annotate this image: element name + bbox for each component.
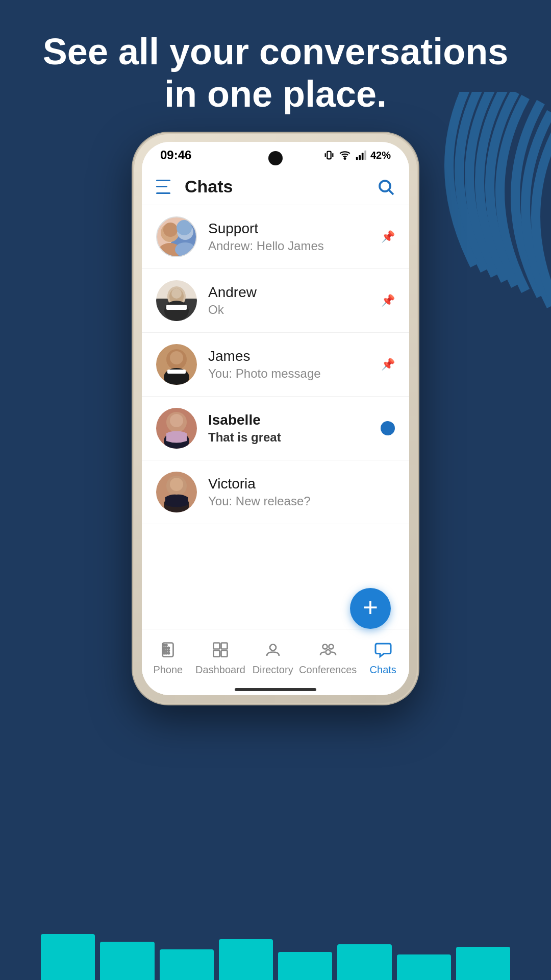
dashboard-nav-icon <box>209 639 232 661</box>
svg-point-46 <box>322 645 327 649</box>
avatar-james <box>156 344 197 385</box>
chat-preview-isabelle: That is great <box>208 430 374 445</box>
svg-point-48 <box>325 650 330 654</box>
nav-label-directory: Directory <box>253 664 293 676</box>
chat-item-support[interactable]: Support Andrew: Hello James 📌 <box>142 205 409 269</box>
nav-item-conferences[interactable]: Conferences <box>299 639 357 676</box>
menu-line-1 <box>156 180 170 181</box>
menu-line-3 <box>156 192 170 194</box>
james-avatar-img <box>156 344 197 385</box>
svg-rect-0 <box>327 152 331 159</box>
pin-icon-james: 📌 <box>381 358 395 371</box>
svg-point-33 <box>166 647 167 649</box>
svg-rect-42 <box>221 643 227 649</box>
svg-point-37 <box>168 650 169 651</box>
chat-item-victoria[interactable]: Victoria You: New release? <box>142 460 409 524</box>
svg-point-20 <box>170 351 183 364</box>
pin-icon-andrew: 📌 <box>381 294 395 307</box>
svg-rect-18 <box>166 305 187 310</box>
chat-name-james: James <box>208 348 375 364</box>
svg-point-36 <box>166 650 167 651</box>
support-avatar-img <box>157 217 197 257</box>
signal-icon <box>355 150 366 161</box>
chat-name-andrew: Andrew <box>208 284 375 301</box>
avatar-andrew <box>156 280 197 321</box>
chat-info-victoria: Victoria You: New release? <box>208 476 389 508</box>
search-icon[interactable] <box>377 178 395 196</box>
nav-label-conferences: Conferences <box>299 664 357 676</box>
new-chat-button[interactable]: + <box>350 588 391 629</box>
svg-rect-41 <box>213 643 219 649</box>
phone-device: 09:46 <box>133 133 418 704</box>
svg-rect-5 <box>359 155 361 160</box>
chat-preview-support: Andrew: Hello James <box>208 239 375 253</box>
unread-badge-isabelle <box>381 421 395 435</box>
teal-decoration <box>0 919 551 980</box>
hero-section: See all your conversations in one place. <box>0 31 551 115</box>
svg-point-35 <box>163 650 165 651</box>
nav-item-directory[interactable]: Directory <box>246 639 299 676</box>
chat-preview-andrew: Ok <box>208 303 375 317</box>
nav-label-dashboard: Dashboard <box>195 664 245 676</box>
chat-name-support: Support <box>208 220 375 237</box>
app-header: Chats <box>142 168 409 205</box>
chat-info-james: James You: Photo message <box>208 348 375 381</box>
status-time: 09:46 <box>160 148 191 162</box>
status-icons: 42% <box>323 150 391 161</box>
andrew-avatar-img <box>156 280 197 321</box>
vibrate-icon <box>323 150 335 161</box>
svg-point-16 <box>171 288 182 299</box>
chat-preview-james: You: Photo message <box>208 366 375 381</box>
svg-point-24 <box>170 414 183 427</box>
svg-rect-4 <box>356 157 358 160</box>
chat-meta-james: 📌 <box>381 358 395 371</box>
svg-point-47 <box>329 645 333 649</box>
svg-rect-7 <box>364 151 366 160</box>
phone-nav-icon <box>157 639 179 661</box>
svg-line-9 <box>389 190 393 194</box>
svg-point-39 <box>166 652 167 654</box>
bottom-navigation: Phone Dashboard <box>142 629 409 695</box>
wifi-icon <box>339 150 351 161</box>
battery-level: 42% <box>370 150 391 161</box>
chat-item-andrew[interactable]: Andrew Ok 📌 <box>142 269 409 333</box>
isabelle-avatar-img <box>156 408 197 449</box>
svg-rect-22 <box>167 370 186 374</box>
camera-notch <box>268 151 283 165</box>
svg-point-10 <box>161 224 179 242</box>
chat-meta-andrew: 📌 <box>381 294 395 307</box>
chat-item-isabelle[interactable]: Isabelle That is great <box>142 397 409 460</box>
conferences-nav-icon <box>317 639 339 661</box>
svg-point-27 <box>170 478 183 491</box>
avatar-isabelle <box>156 408 197 449</box>
nav-item-phone[interactable]: Phone <box>142 639 194 676</box>
victoria-avatar-img <box>156 472 197 512</box>
chat-info-andrew: Andrew Ok <box>208 284 375 317</box>
hero-title: See all your conversations in one place. <box>31 31 520 115</box>
chat-preview-victoria: You: New release? <box>208 494 389 508</box>
menu-button[interactable] <box>156 180 174 194</box>
svg-point-40 <box>168 652 169 654</box>
chat-info-isabelle: Isabelle That is great <box>208 412 374 445</box>
svg-point-45 <box>270 645 276 651</box>
screen-content: Chats <box>142 168 409 695</box>
directory-nav-icon <box>262 639 284 661</box>
nav-item-chats[interactable]: Chats <box>357 639 409 676</box>
fab-plus-icon: + <box>363 594 378 621</box>
svg-rect-44 <box>221 651 227 657</box>
bg-decoration <box>398 92 551 449</box>
home-indicator <box>235 688 316 691</box>
svg-point-3 <box>344 158 346 159</box>
chats-nav-icon <box>372 639 394 661</box>
nav-label-phone: Phone <box>153 664 183 676</box>
svg-point-11 <box>177 224 193 240</box>
chat-name-victoria: Victoria <box>208 476 389 492</box>
svg-point-31 <box>166 645 167 646</box>
screen-title: Chats <box>185 177 377 197</box>
menu-line-2 <box>156 186 167 187</box>
nav-label-chats: Chats <box>370 664 396 676</box>
nav-item-dashboard[interactable]: Dashboard <box>194 639 247 676</box>
svg-point-38 <box>163 652 165 654</box>
chat-item-james[interactable]: James You: Photo message 📌 <box>142 333 409 397</box>
svg-point-17 <box>164 301 189 321</box>
